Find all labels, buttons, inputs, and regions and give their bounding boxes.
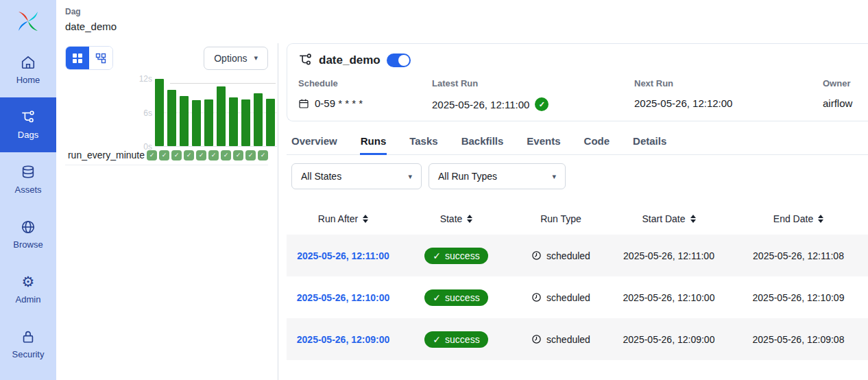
run-after-link[interactable]: 2025-05-26, 12:09:00	[297, 334, 389, 345]
duration-bar[interactable]	[229, 97, 238, 146]
dag-name: date_demo	[319, 54, 381, 67]
browse-icon	[21, 219, 36, 235]
task-instance-badges: ✓✓✓✓✓✓✓✓✓✓	[147, 150, 268, 161]
run-row: 2025-05-26, 12:09:00✓successscheduled202…	[287, 318, 868, 360]
admin-gear-icon: ⚙	[21, 274, 36, 289]
breadcrumb: Dag	[65, 7, 868, 16]
airflow-logo[interactable]	[0, 0, 56, 43]
sidebar-item-home[interactable]: Home	[0, 43, 56, 97]
tab-code[interactable]: Code	[583, 130, 611, 155]
start-date-cell: 2025-05-26, 12:09:00	[609, 334, 729, 345]
state-badge-success[interactable]: ✓success	[424, 331, 487, 348]
calendar-icon	[298, 98, 309, 109]
tab-runs[interactable]: Runs	[360, 130, 387, 155]
sidebar-item-dags[interactable]: Dags	[0, 97, 56, 152]
task-name: run_every_minute	[65, 150, 147, 161]
duration-bar[interactable]	[217, 86, 226, 146]
states-filter-select[interactable]: All States ▾	[291, 163, 422, 189]
y-tick-0s: 0s	[143, 142, 155, 152]
sort-icon	[690, 215, 696, 223]
duration-chart: 12s 6s 0s	[155, 79, 277, 147]
task-instance-success-badge[interactable]: ✓	[233, 150, 243, 161]
dag-enabled-toggle[interactable]	[387, 54, 411, 67]
duration-bar[interactable]	[155, 79, 164, 146]
run-types-filter-select[interactable]: All Run Types ▾	[429, 163, 566, 189]
options-label: Options	[214, 53, 247, 64]
next-run-value: 2025-05-26, 12:12:00	[634, 97, 732, 109]
duration-bar[interactable]	[167, 90, 176, 146]
duration-bar[interactable]	[266, 99, 275, 146]
start-date-cell: 2025-05-26, 12:10:00	[609, 292, 729, 303]
meta-next-run: Next Run 2025-05-26, 12:12:00	[634, 78, 823, 111]
meta-label: Latest Run	[432, 78, 634, 88]
sidebar-item-label: Dags	[18, 130, 38, 140]
duration-bar[interactable]	[180, 96, 189, 147]
duration-bar[interactable]	[241, 99, 250, 146]
sidebar: Home Dags Assets Browse	[0, 0, 56, 380]
run-type-label: scheduled	[546, 292, 590, 303]
sidebar-item-assets[interactable]: Assets	[0, 152, 56, 207]
airflow-app: Home Dags Assets Browse	[0, 0, 868, 380]
meta-owner: Owner airflow	[823, 78, 858, 111]
duration-bar[interactable]	[254, 93, 263, 146]
latest-run-value[interactable]: 2025-05-26, 12:11:00	[432, 99, 529, 110]
state-badge-success[interactable]: ✓success	[424, 289, 487, 306]
run-type-cell: scheduled	[513, 292, 609, 303]
toggle-knob	[398, 55, 409, 66]
end-date-cell: 2025-05-26, 12:11:08	[729, 250, 868, 261]
sidebar-item-browse[interactable]: Browse	[0, 207, 56, 262]
y-tick-12s: 12s	[139, 74, 155, 84]
column-header-end-date[interactable]: End Date	[729, 213, 868, 224]
column-header-start-date[interactable]: Start Date	[609, 213, 729, 224]
state-label: success	[445, 292, 480, 303]
meta-label: Next Run	[634, 78, 823, 88]
column-label: State	[440, 213, 463, 224]
tab-tasks[interactable]: Tasks	[409, 130, 438, 155]
check-icon: ✓	[433, 250, 441, 261]
column-header-run-after[interactable]: Run After	[287, 213, 400, 224]
runs-table-header: Run AfterStateRun TypeStart DateEnd Date	[287, 202, 868, 235]
grid-view-icon	[72, 53, 83, 64]
meta-schedule: Schedule 0-59 * * * *	[298, 78, 432, 111]
duration-bars	[155, 79, 277, 147]
page-title: date_demo	[65, 21, 868, 32]
run-row: 2025-05-26, 12:11:00✓successscheduled202…	[287, 235, 868, 276]
task-instance-success-badge[interactable]: ✓	[171, 150, 182, 161]
task-instance-success-badge[interactable]: ✓	[258, 150, 268, 161]
dag-header-card: date_demo Schedule 0-59 * * * *	[287, 43, 868, 121]
end-date-cell: 2025-05-26, 12:10:09	[729, 292, 868, 303]
state-badge-success[interactable]: ✓success	[424, 248, 487, 264]
duration-bar[interactable]	[192, 100, 201, 146]
options-button[interactable]: Options ▾	[204, 47, 268, 70]
chevron-down-icon: ▾	[408, 172, 412, 181]
task-instance-success-badge[interactable]: ✓	[159, 150, 169, 161]
dag-meta: Schedule 0-59 * * * * Latest Run	[298, 78, 858, 111]
task-instance-success-badge[interactable]: ✓	[184, 150, 194, 161]
run-after-link[interactable]: 2025-05-26, 12:10:00	[297, 292, 389, 303]
task-instance-success-badge[interactable]: ✓	[221, 150, 231, 161]
tab-backfills[interactable]: Backfills	[461, 130, 505, 155]
column-header-state[interactable]: State	[400, 213, 513, 224]
clock-icon	[531, 250, 542, 261]
run-after-link[interactable]: 2025-05-26, 12:11:00	[297, 250, 389, 261]
sidebar-item-admin[interactable]: ⚙ Admin	[0, 262, 56, 317]
task-instance-success-badge[interactable]: ✓	[208, 150, 219, 161]
tab-overview[interactable]: Overview	[291, 130, 338, 155]
run-filters: All States ▾ All Run Types ▾	[287, 163, 868, 189]
sidebar-item-security[interactable]: Security	[0, 317, 56, 372]
run-type-cell: scheduled	[513, 250, 609, 261]
tab-events[interactable]: Events	[526, 130, 561, 155]
task-instance-success-badge[interactable]: ✓	[196, 150, 206, 161]
duration-bar[interactable]	[204, 99, 213, 146]
sidebar-item-label: Home	[16, 75, 40, 85]
start-date-cell: 2025-05-26, 12:11:00	[609, 250, 729, 261]
chevron-down-icon: ▾	[552, 172, 556, 181]
runs-table: Run AfterStateRun TypeStart DateEnd Date…	[287, 202, 868, 360]
run-type-cell: scheduled	[513, 334, 609, 345]
sidebar-item-label: Browse	[13, 239, 43, 250]
graph-view-button[interactable]	[89, 47, 112, 69]
chevron-down-icon: ▾	[254, 54, 258, 62]
tab-details[interactable]: Details	[632, 130, 667, 155]
grid-view-button[interactable]	[66, 47, 89, 69]
task-instance-success-badge[interactable]: ✓	[245, 150, 256, 161]
